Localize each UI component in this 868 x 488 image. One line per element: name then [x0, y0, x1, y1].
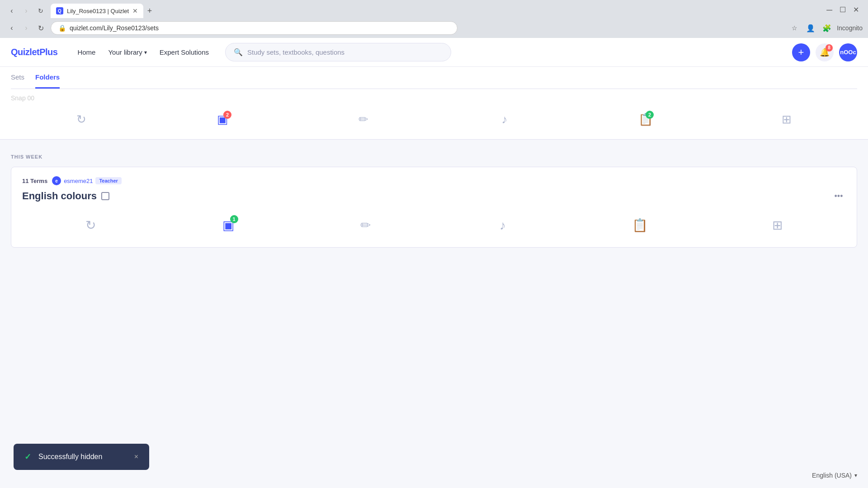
reload-icon[interactable]: ↻: [34, 5, 47, 17]
flashcard-mode-icon: ↻: [85, 218, 96, 233]
tab-favicon: Q: [56, 7, 63, 14]
card-title-row: English colours •••: [22, 189, 846, 203]
browser-tab[interactable]: Q Lily_Rose0123 | Quizlet ✕: [51, 4, 143, 18]
english-colours-card: 11 Terms e esmeme21 Teacher English colo…: [11, 167, 857, 248]
navbar: QuizletPlus Home Your library ▾ Expert S…: [0, 38, 868, 67]
profile-icon[interactable]: 👤: [804, 22, 817, 34]
mode-spell-partial[interactable]: ♪: [434, 107, 575, 132]
match-mode-icon: ⊞: [772, 218, 783, 233]
search-input-wrapper[interactable]: 🔍 Study sets, textbooks, questions: [225, 43, 451, 61]
new-tab-button[interactable]: +: [143, 5, 156, 17]
study-modes-row: ↻ ▣ 1 ✏ ♪: [22, 203, 846, 238]
author-avatar: e: [52, 176, 61, 185]
tab-folders[interactable]: Folders: [35, 67, 60, 89]
flashcard-icon: ↻: [76, 113, 86, 127]
incognito-label: Incognito: [837, 24, 863, 32]
nav-reload-button[interactable]: ↻: [34, 22, 47, 34]
teacher-badge: Teacher: [95, 177, 121, 184]
app: QuizletPlus Home Your library ▾ Expert S…: [0, 38, 868, 488]
partial-card-top: Snap 00: [11, 89, 857, 107]
tab-sets[interactable]: Sets: [11, 67, 24, 89]
browser-titlebar: ‹ › ↻ Q Lily_Rose0123 | Quizlet ✕ + ─ ☐ …: [0, 0, 868, 18]
card-meta: 11 Terms e esmeme21 Teacher: [22, 176, 846, 185]
address-bar-actions: ☆ 👤 🧩 Incognito: [788, 22, 863, 34]
mode-write-partial[interactable]: ✏: [293, 107, 434, 132]
mode-spell[interactable]: ♪: [434, 213, 571, 238]
tab-close-button[interactable]: ✕: [132, 7, 138, 14]
footer-language[interactable]: English (USA) ▾: [812, 472, 857, 479]
tabs-row: Sets Folders: [11, 67, 857, 89]
address-bar[interactable]: 🔒 quizlet.com/Lily_Rose0123/sets: [51, 21, 458, 35]
toast-message: Successfully hidden: [38, 453, 102, 461]
card-author: e esmeme21 Teacher: [52, 176, 122, 185]
bookmark-icon[interactable]: ☆: [788, 22, 801, 34]
search-icon: 🔍: [234, 48, 243, 56]
partial-card-section: Sets Folders Snap 00 ↻ ▣ 2 ✏: [0, 67, 868, 140]
main-content: Sets Folders Snap 00 ↻ ▣ 2 ✏: [0, 67, 868, 488]
partial-card-title: Snap 00: [11, 94, 34, 102]
learn-badge: 2: [223, 111, 231, 119]
tab-title: Lily_Rose0123 | Quizlet: [67, 8, 129, 14]
card-terms: 11 Terms: [22, 178, 47, 184]
logo[interactable]: QuizletPlus: [11, 47, 57, 57]
mode-flashcard-partial[interactable]: ↻: [11, 107, 152, 132]
mode-learn[interactable]: ▣ 1: [160, 212, 297, 238]
mode-test-partial[interactable]: 📋 2: [575, 107, 716, 132]
nav-expert-solutions[interactable]: Expert Solutions: [154, 45, 214, 60]
write-icon: ✏: [359, 113, 368, 127]
maximize-button[interactable]: ☐: [840, 5, 846, 14]
spell-icon: ♪: [502, 113, 508, 127]
empty-space: [0, 255, 868, 345]
mode-match-partial[interactable]: ⊞: [716, 107, 857, 132]
create-button[interactable]: +: [792, 43, 810, 61]
nav-home[interactable]: Home: [72, 45, 101, 60]
notification-badge: 8: [826, 44, 833, 52]
match-icon: ⊞: [782, 113, 792, 127]
chevron-down-icon: ▾: [144, 49, 147, 56]
mode-learn-partial[interactable]: ▣ 2: [152, 107, 293, 132]
card-pin-icon: [101, 192, 109, 200]
mode-match[interactable]: ⊞: [708, 212, 846, 238]
spell-mode-icon: ♪: [500, 218, 506, 233]
notifications-button[interactable]: 🔔 8: [816, 43, 834, 61]
card-more-button[interactable]: •••: [831, 189, 846, 203]
test-mode-icon: 📋: [632, 218, 648, 233]
address-text: quizlet.com/Lily_Rose0123/sets: [70, 24, 450, 32]
search-placeholder: Study sets, textbooks, questions: [247, 48, 344, 56]
learn-badge-count: 1: [230, 215, 238, 223]
lock-icon: 🔒: [58, 24, 66, 32]
language-label: English (USA): [812, 472, 852, 479]
navbar-actions: + 🔔 8 nOOc: [792, 43, 857, 61]
minimize-button[interactable]: ─: [826, 6, 832, 14]
window-controls: ─ ☐ ✕: [826, 5, 859, 14]
nav-back-button[interactable]: ‹: [5, 22, 18, 34]
card-title: English colours: [22, 190, 109, 202]
back-icon[interactable]: ‹: [5, 5, 18, 17]
mode-write[interactable]: ✏: [297, 212, 434, 238]
nav-links: Home Your library ▾ Expert Solutions: [72, 45, 214, 60]
nav-forward-button[interactable]: ›: [20, 22, 33, 34]
test-badge: 2: [646, 111, 654, 119]
toast-close-button[interactable]: ×: [134, 453, 138, 461]
partial-study-modes: ↻ ▣ 2 ✏ ♪ 📋 2 ⊞: [11, 107, 857, 139]
toast-check-icon: ✓: [24, 452, 31, 462]
user-avatar[interactable]: nOOc: [839, 43, 857, 61]
this-week-section: THIS WEEK 11 Terms e esmeme21 Teacher En…: [0, 140, 868, 248]
language-chevron-icon: ▾: [854, 472, 857, 479]
this-week-label: THIS WEEK: [11, 154, 857, 160]
forward-icon[interactable]: ›: [20, 5, 33, 17]
author-name[interactable]: esmeme21: [64, 178, 93, 184]
nav-your-library[interactable]: Your library ▾: [103, 45, 152, 60]
mode-test[interactable]: 📋: [571, 212, 709, 238]
browser-addressbar: ‹ › ↻ 🔒 quizlet.com/Lily_Rose0123/sets ☆…: [0, 18, 868, 38]
extension-icon[interactable]: 🧩: [821, 22, 833, 34]
mode-flashcard[interactable]: ↻: [22, 212, 160, 238]
close-button[interactable]: ✕: [853, 5, 859, 14]
toast-notification: ✓ Successfully hidden ×: [14, 444, 149, 470]
browser-chrome: ‹ › ↻ Q Lily_Rose0123 | Quizlet ✕ + ─ ☐ …: [0, 0, 868, 38]
write-mode-icon: ✏: [360, 218, 371, 233]
search-bar: 🔍 Study sets, textbooks, questions: [225, 43, 781, 61]
